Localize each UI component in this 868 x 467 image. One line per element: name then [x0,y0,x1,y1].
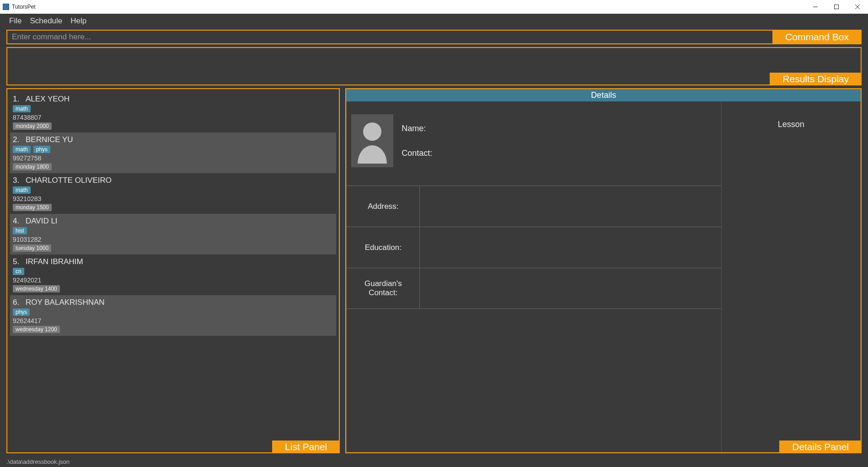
window-titlebar: TutorsPet [0,0,868,14]
details-panel: Details Name: Contact: [345,88,862,453]
details-left: Name: Contact: Address: Education: [346,101,722,452]
schedule-tag: monday 1800 [13,163,52,170]
list-item-phone: 99272758 [13,154,333,162]
list-item-index: 3. [13,176,21,185]
results-display-label: Results Display [770,73,862,85]
statusbar: .\data\addressbook.json [0,456,868,467]
subject-tag: cn [13,268,24,275]
subject-tag: math [13,186,31,194]
list-item-index: 4. [13,217,21,226]
details-name-label: Name: [402,124,432,133]
menu-help[interactable]: Help [70,16,86,26]
list-panel-label: List Panel [272,440,340,453]
details-education-row: Education: [347,227,721,268]
app-icon [3,4,9,10]
subject-tag: hist [13,227,27,234]
list-item-index: 2. [13,135,21,144]
list-item-name: ALEX YEOH [26,95,70,104]
details-lesson-pane: Lesson [722,101,861,452]
list-item[interactable]: 3.CHARLOTTE OLIVEIROmath93210283monday 1… [10,173,336,214]
list-item-phone: 91031282 [13,236,333,243]
details-contact-label: Contact: [402,149,432,158]
list-item-name: CHARLOTTE OLIVEIRO [26,176,112,185]
details-header: Details [346,89,861,101]
list-item-name: ROY BALAKRISHNAN [26,298,105,307]
menubar: File Schedule Help [0,14,868,28]
command-input[interactable] [7,31,861,43]
details-education-label: Education: [347,227,420,268]
list-item[interactable]: 2.BERNICE YUmathphys99272758monday 1800 [10,133,336,173]
command-box-label: Command Box [772,30,862,44]
details-guardian-label: Guardian's Contact: [347,268,420,308]
main-area: 1.ALEX YEOHmath87438807monday 20002.BERN… [0,88,868,456]
menu-file[interactable]: File [9,16,21,26]
maximize-button[interactable] [826,0,847,14]
details-lesson-label: Lesson [726,120,856,129]
details-panel-label: Details Panel [779,440,862,453]
minimize-button[interactable] [805,0,826,14]
list-item-phone: 92624417 [13,317,333,324]
list-item-name: BERNICE YU [26,135,73,144]
results-display: Results Display [6,47,862,85]
list-item[interactable]: 1.ALEX YEOHmath87438807monday 2000 [10,92,336,133]
list-item-phone: 92492021 [13,276,333,284]
subject-tag: phys [13,308,30,316]
command-box: Command Box [6,30,862,44]
list-panel: 1.ALEX YEOHmath87438807monday 20002.BERN… [6,88,340,453]
list-item-name: DAVID LI [26,217,58,226]
list-item-index: 1. [13,95,21,104]
details-guardian-row: Guardian's Contact: [347,268,721,309]
list-item-phone: 93210283 [13,195,333,202]
list-item[interactable]: 4.DAVID LIhist91031282tuesday 1000 [10,214,336,255]
svg-rect-1 [835,5,839,9]
list-item[interactable]: 5.IRFAN IBRAHIMcn92492021wednesday 1400 [10,255,336,295]
schedule-tag: wednesday 1200 [13,326,60,333]
list-item-index: 6. [13,298,21,307]
svg-point-4 [363,122,381,141]
schedule-tag: wednesday 1400 [13,285,60,292]
menu-schedule[interactable]: Schedule [30,16,62,26]
list-scroll[interactable]: 1.ALEX YEOHmath87438807monday 20002.BERN… [7,89,339,452]
list-item[interactable]: 6.ROY BALAKRISHNANphys92624417wednesday … [10,295,336,336]
app-root: File Schedule Help Command Box Results D… [0,14,868,467]
window-controls [805,0,868,14]
details-address-row: Address: [347,186,721,227]
schedule-tag: monday 1500 [13,204,52,211]
list-item-index: 5. [13,257,21,266]
details-address-label: Address: [347,186,420,227]
close-button[interactable] [847,0,868,14]
subject-tag: math [13,105,31,112]
schedule-tag: tuesday 1000 [13,244,51,252]
subject-tag: phys [33,146,50,153]
status-path: .\data\addressbook.json [6,458,70,465]
list-item-phone: 87438807 [13,114,333,121]
schedule-tag: monday 2000 [13,122,52,130]
window-title: TutorsPet [12,4,36,10]
avatar-icon [351,114,393,167]
list-item-name: IRFAN IBRAHIM [26,257,83,266]
subject-tag: math [13,146,31,153]
